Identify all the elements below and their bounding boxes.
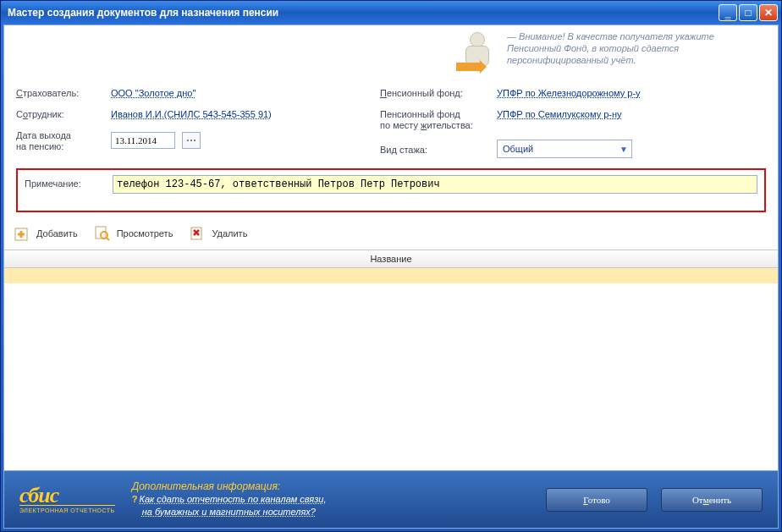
minimize-button[interactable]: ‗	[719, 4, 737, 21]
add-button[interactable]: Добавить	[13, 224, 78, 243]
date-picker-button[interactable]: ⋯	[182, 132, 201, 149]
link-fund-residence[interactable]: УПФР по Семилукскому р-ну	[497, 107, 622, 119]
stage-type-select[interactable]: Общий ▼	[497, 140, 632, 158]
logo: сбис ЭЛЕКТРОННАЯ ОТЧЕТНОСТЬ	[19, 486, 115, 513]
footer-info: Дополнительная информация: ?Как сдать от…	[132, 480, 327, 518]
add-label: Добавить	[36, 228, 78, 239]
hint-area: — Внимание! В качестве получателя укажит…	[4, 25, 778, 78]
label-fund: Пенсионный фонд:	[380, 86, 490, 99]
footer-info-line2[interactable]: на бумажных и магнитных носителях?	[142, 507, 316, 517]
grid-header[interactable]: Название	[4, 250, 778, 268]
note-input[interactable]	[113, 175, 757, 194]
label-note: Примечание:	[25, 175, 106, 194]
cancel-button[interactable]: Отменить	[661, 488, 763, 512]
note-section: Примечание:	[16, 168, 766, 212]
footer: сбис ЭЛЕКТРОННАЯ ОТЧЕТНОСТЬ Дополнительн…	[4, 470, 778, 528]
assistant-icon	[456, 30, 498, 73]
label-employee: Сотрудник:	[16, 107, 104, 120]
link-employee[interactable]: Иванов И.И.(СНИЛС 543-545-355 91)	[111, 107, 272, 119]
titlebar[interactable]: Мастер создания документов для назначени…	[1, 1, 781, 25]
logo-subtext: ЭЛЕКТРОННАЯ ОТЧЕТНОСТЬ	[19, 505, 115, 513]
delete-button[interactable]: Удалить	[188, 224, 247, 243]
view-button[interactable]: Просмотреть	[93, 224, 173, 243]
stage-type-value: Общий	[503, 144, 533, 154]
label-insurer: Страхователь:	[16, 86, 104, 99]
link-insurer[interactable]: ООО "Золотое дно"	[111, 86, 196, 98]
footer-info-line1[interactable]: Как сдать отчетность по каналам связи,	[139, 494, 326, 504]
footer-info-title: Дополнительная информация:	[132, 480, 327, 493]
view-label: Просмотреть	[117, 228, 173, 239]
done-button[interactable]: Готово	[546, 488, 647, 512]
label-stage-type: Вид стажа:	[380, 143, 490, 156]
chevron-down-icon: ▼	[620, 145, 628, 154]
list-toolbar: Добавить Просмотреть Удалить	[4, 221, 778, 250]
grid-col-name: Название	[370, 254, 411, 264]
label-retire-date: Дата выходана пенсию:	[16, 129, 104, 152]
content-pane: — Внимание! В качестве получателя укажит…	[3, 25, 779, 529]
form-area: Страхователь: ООО "Золотое дно" Сотрудни…	[4, 78, 778, 163]
window-title: Мастер создания документов для назначени…	[8, 7, 278, 19]
logo-text: сбис	[19, 486, 58, 505]
grid-body[interactable]	[4, 268, 778, 470]
grid-selected-row[interactable]	[4, 268, 778, 283]
plus-icon	[13, 224, 31, 243]
label-fund-residence: Пенсионный фондпо месту жительства:	[380, 107, 490, 131]
hint-text: — Внимание! В качестве получателя укажит…	[507, 30, 761, 78]
link-fund[interactable]: УПФР по Железнодорожному р-у	[497, 86, 641, 98]
app-window: Мастер создания документов для назначени…	[0, 0, 782, 532]
delete-icon	[188, 224, 207, 243]
retire-date-input[interactable]	[111, 132, 175, 149]
magnifier-icon	[93, 224, 112, 243]
maximize-button[interactable]: □	[739, 4, 757, 21]
close-button[interactable]: ✕	[759, 4, 778, 21]
delete-label: Удалить	[212, 228, 247, 239]
